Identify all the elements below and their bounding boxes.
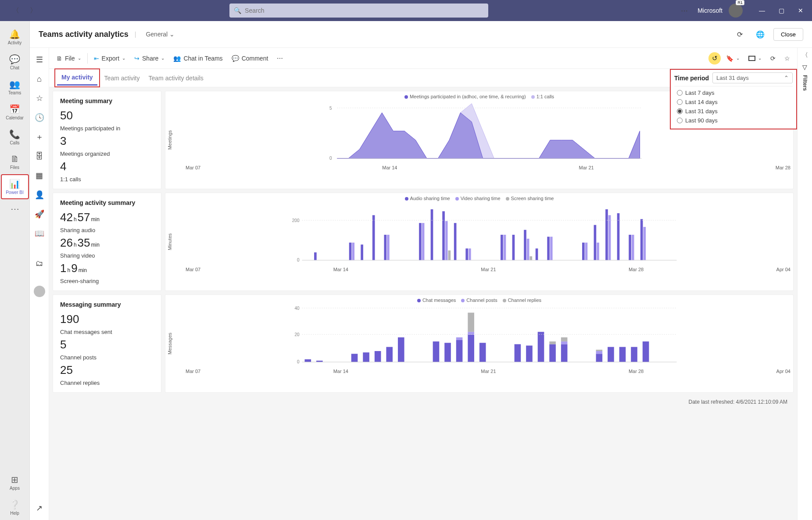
messaging-chart[interactable]: Chat messages Channel posts Channel repl… — [165, 294, 794, 393]
reload-button[interactable]: ⟳ — [733, 27, 747, 41]
rail-files[interactable]: 🗎Files — [1, 150, 29, 174]
svg-rect-60 — [526, 346, 533, 362]
chat-in-teams-button[interactable]: 👥Chat in Teams — [170, 52, 226, 65]
nav-profile[interactable] — [30, 283, 49, 300]
export-menu[interactable]: ⇤Export⌄ — [90, 52, 129, 65]
option-31-days[interactable]: Last 31 days — [677, 107, 793, 116]
rail-more[interactable]: ⋯ — [1, 199, 29, 219]
share-menu[interactable]: ↪Share⌄ — [131, 52, 168, 65]
toolbar-more[interactable]: ⋯ — [273, 52, 286, 65]
svg-rect-6 — [361, 244, 363, 260]
powerbi-sidenav: ☰ ⌂ ☆ 🕓 ＋ 🗄 ▦ 👤 🚀 📖 🗂 ↗ — [30, 48, 49, 520]
one-one-calls-value: 4 — [60, 160, 154, 173]
phone-icon: 📞 — [9, 129, 20, 140]
activity-svg: 200 0 — [165, 201, 793, 267]
refresh-footer: Date last refreshed: 4/6/2021 12:10:09 A… — [53, 396, 794, 408]
time-period-slicer: Time period Last 31 days ⌃ Last 7 days L… — [670, 69, 797, 129]
window-maximize[interactable]: ▢ — [773, 7, 789, 14]
time-period-options: Last 7 days Last 14 days Last 31 days La… — [674, 86, 793, 129]
nav-create[interactable]: ＋ — [30, 129, 49, 145]
rail-help[interactable]: ❔Help — [1, 495, 29, 520]
bookmark-icon: 🔖 — [726, 55, 733, 62]
filters-pane-collapsed[interactable]: 〈 ▽ Filters — [797, 48, 812, 520]
avatar[interactable]: R1 — [729, 4, 743, 18]
globe-button[interactable]: 🌐 — [753, 27, 767, 41]
option-90-days[interactable]: Last 90 days — [677, 116, 793, 125]
svg-rect-10 — [431, 209, 433, 260]
nav-apps-grid[interactable]: ▦ — [30, 167, 49, 184]
more-options-button[interactable]: ⋯ — [677, 4, 691, 18]
rail-teams[interactable]: 👥Teams — [1, 75, 29, 100]
rail-powerbi[interactable]: 📊Power BI — [1, 174, 29, 199]
reset-highlight-button[interactable]: ↺ — [708, 52, 721, 65]
account-label: Microsoft — [698, 7, 723, 14]
option-7-days[interactable]: Last 7 days — [677, 88, 793, 97]
svg-rect-13 — [465, 248, 468, 260]
nav-favorites[interactable]: ☆ — [30, 90, 49, 107]
svg-rect-52 — [444, 343, 451, 362]
close-button[interactable]: Close — [773, 28, 803, 41]
tab-my-activity[interactable]: My activity — [57, 70, 97, 86]
svg-rect-5 — [349, 243, 352, 260]
activity-chart[interactable]: Audio sharing time Video sharing time Sc… — [165, 193, 794, 291]
svg-rect-19 — [582, 243, 585, 260]
bookmark-menu[interactable]: 🔖⌄ — [723, 52, 743, 65]
svg-rect-58 — [479, 343, 486, 362]
nav-recent[interactable]: 🕓 — [30, 109, 49, 126]
svg-rect-31 — [527, 239, 529, 260]
share-icon: ↪ — [134, 55, 140, 62]
meeting-summary-card: Meeting summary 50 Meetings participated… — [53, 91, 161, 189]
filter-funnel-icon: ▽ — [802, 64, 807, 71]
favorite-button[interactable]: ☆ — [781, 52, 794, 65]
svg-rect-4 — [314, 252, 317, 260]
search-input[interactable] — [245, 7, 484, 14]
tab-team-details[interactable]: Team activity details — [144, 71, 208, 85]
nav-workspaces[interactable]: 🗂 — [30, 255, 49, 272]
rail-activity[interactable]: 🔔Activity — [1, 25, 29, 50]
nav-hamburger[interactable]: ☰ — [30, 51, 49, 68]
svg-rect-49 — [386, 347, 393, 362]
chevron-down-icon: ⌄ — [736, 56, 740, 61]
svg-text:20: 20 — [294, 332, 300, 337]
nav-popout[interactable]: ↗ — [30, 500, 49, 516]
rail-calendar[interactable]: 📅Calendar — [1, 100, 29, 125]
rail-calls[interactable]: 📞Calls — [1, 125, 29, 150]
window-close[interactable]: ✕ — [793, 7, 808, 14]
nav-home[interactable]: ⌂ — [30, 71, 49, 87]
avatar-badge: R1 — [736, 0, 744, 5]
help-icon: ❔ — [9, 499, 20, 510]
chat-icon: 💬 — [9, 54, 20, 65]
meeting-activity-card: Meeting activity summary 42h57min Sharin… — [53, 193, 161, 291]
rail-chat[interactable]: 💬Chat — [1, 50, 29, 75]
rail-apps[interactable]: ⊞Apps — [1, 470, 29, 495]
svg-rect-16 — [524, 230, 526, 260]
svg-rect-17 — [536, 248, 538, 260]
option-14-days[interactable]: Last 14 days — [677, 97, 793, 107]
svg-rect-30 — [504, 235, 506, 260]
channel-selector[interactable]: General ⌄ — [146, 31, 175, 38]
tab-team-activity[interactable]: Team activity — [100, 71, 144, 85]
back-button[interactable]: 〈 — [9, 4, 23, 18]
refresh-button[interactable]: ⟳ — [767, 52, 779, 65]
view-menu[interactable]: ⌄ — [745, 53, 765, 64]
svg-text:0: 0 — [329, 156, 332, 161]
svg-rect-70 — [608, 347, 614, 362]
nav-shared[interactable]: 👤 — [30, 186, 49, 203]
nav-datasets[interactable]: 🗄 — [30, 148, 49, 165]
window-minimize[interactable]: — — [754, 7, 770, 14]
nav-deploy[interactable]: 🚀 — [30, 206, 49, 222]
page-title: Teams activity analytics — [39, 30, 129, 39]
comment-button[interactable]: 💬Comment — [228, 52, 272, 65]
chevron-down-icon: ⌄ — [169, 31, 175, 38]
svg-rect-21 — [605, 209, 608, 260]
svg-rect-46 — [351, 354, 358, 362]
time-period-dropdown[interactable]: Last 31 days ⌃ — [712, 72, 793, 83]
search-box[interactable]: 🔍 — [229, 4, 488, 18]
file-menu[interactable]: 🗎File⌄ — [53, 52, 85, 65]
nav-learn[interactable]: 📖 — [30, 225, 49, 242]
reset-icon: ↺ — [712, 54, 718, 62]
svg-rect-57 — [468, 313, 474, 332]
svg-rect-35 — [608, 215, 611, 260]
view-icon — [748, 56, 755, 61]
forward-button[interactable]: 〉 — [26, 4, 40, 18]
